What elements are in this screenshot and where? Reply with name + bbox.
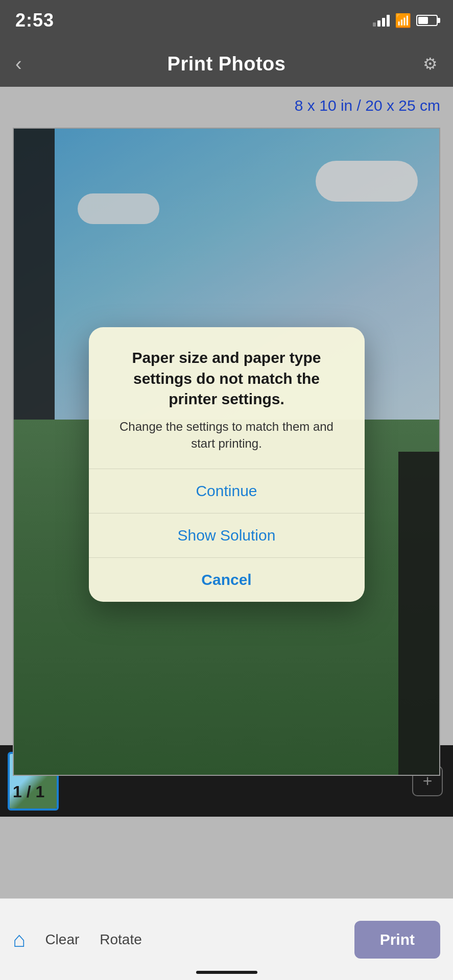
page-counter: 1 / 1 (13, 782, 44, 801)
print-button[interactable]: Print (354, 921, 440, 959)
home-icon[interactable]: ⌂ (13, 927, 26, 952)
clear-button[interactable]: Clear (35, 926, 89, 953)
dialog-overlay: Paper size and paper type settings do no… (14, 129, 439, 775)
continue-button[interactable]: Continue (89, 469, 365, 513)
rotate-button[interactable]: Rotate (89, 926, 152, 953)
signal-icon (373, 14, 390, 27)
dialog-content: Paper size and paper type settings do no… (89, 327, 365, 452)
bottom-toolbar: ⌂ Clear Rotate Print (0, 898, 453, 980)
page-title: Print Photos (168, 53, 286, 75)
nav-bar: ‹ Print Photos ⚙ (0, 41, 453, 87)
battery-icon (416, 15, 438, 26)
back-button[interactable]: ‹ (15, 53, 46, 75)
settings-icon[interactable]: ⚙ (407, 54, 438, 74)
dialog-title: Paper size and paper type settings do no… (112, 348, 342, 410)
photo-preview: Paper size and paper type settings do no… (13, 128, 440, 776)
status-time: 2:53 (15, 10, 54, 31)
size-label: 8 x 10 in / 20 x 25 cm (295, 97, 440, 114)
status-icons: 📶 (373, 13, 438, 29)
status-bar: 2:53 📶 (0, 0, 453, 41)
wifi-icon: 📶 (395, 13, 411, 29)
main-area: 8 x 10 in / 20 x 25 cm Paper size and pa… (0, 87, 453, 898)
alert-dialog: Paper size and paper type settings do no… (89, 327, 365, 602)
toolbar-home: ⌂ Clear Rotate (13, 926, 152, 953)
dialog-body: Change the settings to match them and st… (112, 418, 342, 452)
cancel-button[interactable]: Cancel (89, 558, 365, 602)
show-solution-button[interactable]: Show Solution (89, 513, 365, 557)
home-indicator (196, 971, 257, 974)
